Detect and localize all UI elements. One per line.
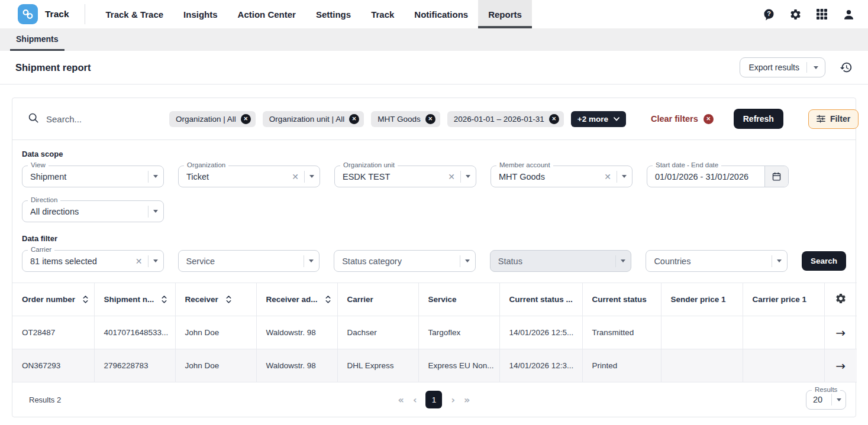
first-page-icon[interactable]: « <box>398 394 404 405</box>
user-icon[interactable] <box>842 8 855 21</box>
refresh-button[interactable]: Refresh <box>734 109 783 129</box>
nav-item-reports[interactable]: Reports <box>478 0 532 28</box>
field-label: Start date - End date <box>653 161 721 168</box>
column-label: Receiver ad... <box>266 295 318 304</box>
sort-icon[interactable] <box>325 295 331 304</box>
close-icon[interactable]: ✕ <box>549 114 559 124</box>
chevron-down-icon[interactable] <box>622 175 627 178</box>
history-icon[interactable] <box>840 61 853 74</box>
field-value: ESDK TEST <box>343 172 448 181</box>
column-sender-price: Sender price 1 <box>661 283 743 316</box>
chevron-down-icon[interactable] <box>153 259 158 262</box>
more-filters-chip[interactable]: +2 more <box>571 111 626 127</box>
column-shipment-number[interactable]: Shipment n... <box>94 283 175 316</box>
table-settings-gear-icon[interactable] <box>835 293 847 304</box>
cell-service: Express EU Non... <box>418 349 499 382</box>
open-row-arrow-icon[interactable]: → <box>835 326 846 340</box>
cell-carrier: DHL Express <box>337 349 418 382</box>
calendar-button[interactable] <box>764 166 788 187</box>
member-account-select[interactable]: Member account MHT Goods ✕ <box>491 166 633 187</box>
column-receiver[interactable]: Receiver <box>175 283 256 316</box>
nav-item-insights[interactable]: Insights <box>173 0 228 28</box>
divider <box>304 171 305 183</box>
help-icon[interactable]: ? <box>762 8 775 21</box>
organization-unit-select[interactable]: Organization unit ESDK TEST ✕ <box>334 166 476 187</box>
open-row-arrow-icon[interactable]: → <box>835 359 846 373</box>
cell-sender-price <box>661 316 743 349</box>
gear-icon[interactable] <box>789 8 802 21</box>
sort-icon[interactable] <box>82 295 89 304</box>
filter-panel: Data scope View Shipment Organization Ti… <box>12 140 856 272</box>
date-range-field[interactable]: Start date - End date 01/01/2026 - 31/01… <box>647 166 789 187</box>
field-label: Member account <box>496 161 553 168</box>
close-icon[interactable]: ✕ <box>349 114 359 124</box>
chip-member-account[interactable]: MHT Goods ✕ <box>371 111 440 127</box>
sort-icon[interactable] <box>161 295 167 304</box>
chevron-down-icon[interactable] <box>466 175 470 178</box>
search-button[interactable]: Search <box>802 251 846 271</box>
field-value: 81 items selected <box>30 257 135 266</box>
divider <box>304 255 304 267</box>
chevron-down-icon[interactable] <box>777 259 782 262</box>
countries-select[interactable]: Countries <box>646 250 788 272</box>
nav-item-track[interactable]: Track <box>361 0 404 28</box>
nav-item-settings[interactable]: Settings <box>306 0 361 28</box>
field-value: Shipment <box>30 172 148 181</box>
nav-item-action-center[interactable]: Action Center <box>228 0 306 28</box>
apps-grid-icon[interactable] <box>815 8 828 21</box>
prev-page-icon[interactable]: ‹ <box>413 394 417 405</box>
export-results-button[interactable]: Export results <box>740 57 825 77</box>
chevron-down-icon[interactable] <box>837 398 841 401</box>
service-select[interactable]: Service <box>178 250 320 272</box>
filter-button-label: Filter <box>830 114 850 124</box>
topnav-icons: ? <box>762 0 855 28</box>
field-placeholder: Countries <box>654 257 772 266</box>
clear-icon[interactable]: ✕ <box>604 172 611 181</box>
sort-icon[interactable] <box>225 295 232 304</box>
divider <box>831 394 832 405</box>
column-order-number[interactable]: Order number <box>12 283 94 316</box>
carrier-select[interactable]: Carrier 81 items selected ✕ <box>22 250 164 272</box>
direction-select[interactable]: Direction All directions <box>22 200 164 222</box>
main-nav: Track & Trace Insights Action Center Set… <box>96 0 532 28</box>
field-label: View <box>28 161 49 168</box>
clear-icon[interactable]: ✕ <box>135 257 143 266</box>
status-category-select[interactable]: Status category <box>334 250 476 272</box>
clear-filters-button[interactable]: Clear filters ✕ <box>651 114 714 124</box>
close-icon[interactable]: ✕ <box>425 114 435 124</box>
clear-icon[interactable]: ✕ <box>448 172 455 181</box>
chevron-down-icon[interactable] <box>309 175 314 178</box>
nav-item-notifications[interactable]: Notifications <box>404 0 478 28</box>
column-carrier-price: Carrier price 1 <box>743 283 824 316</box>
organization-select[interactable]: Organization Ticket ✕ <box>178 166 320 187</box>
cell-carrier: Dachser <box>337 316 418 349</box>
column-label: Shipment n... <box>104 295 154 304</box>
nav-item-track-and-trace[interactable]: Track & Trace <box>96 0 174 28</box>
chevron-down-icon[interactable] <box>153 210 158 213</box>
search-icon <box>28 112 39 126</box>
chevron-down-icon[interactable] <box>309 259 314 262</box>
chip-organization-unit[interactable]: Organization unit | All ✕ <box>263 111 364 127</box>
chevron-down-icon[interactable] <box>807 66 825 69</box>
chip-organization[interactable]: Organization | All ✕ <box>169 111 256 127</box>
field-value: 01/01/2026 - 31/01/2026 <box>655 172 761 181</box>
filter-button[interactable]: Filter <box>808 109 859 129</box>
current-page[interactable]: 1 <box>426 391 443 408</box>
chip-date-range[interactable]: 2026-01-01 – 2026-01-31 ✕ <box>447 111 564 127</box>
close-icon[interactable]: ✕ <box>241 114 251 124</box>
next-page-icon[interactable]: › <box>451 394 456 405</box>
chevron-down-icon[interactable] <box>153 175 158 178</box>
last-page-icon[interactable]: » <box>464 394 470 405</box>
chevron-down-icon[interactable] <box>465 259 470 262</box>
view-select[interactable]: View Shipment <box>22 166 164 187</box>
tab-shipments[interactable]: Shipments <box>10 28 64 51</box>
brand-logo[interactable]: Track <box>18 0 69 28</box>
cell-action: → <box>824 316 857 349</box>
column-receiver-address[interactable]: Receiver ad... <box>256 283 337 316</box>
data-filter-title: Data filter <box>22 234 846 243</box>
search-input[interactable] <box>46 114 159 124</box>
page-size-select[interactable]: Results 20 <box>806 390 846 410</box>
column-current-status-time: Current status ... <box>499 283 582 316</box>
chevron-down-icon <box>621 259 625 262</box>
clear-icon[interactable]: ✕ <box>292 172 299 181</box>
